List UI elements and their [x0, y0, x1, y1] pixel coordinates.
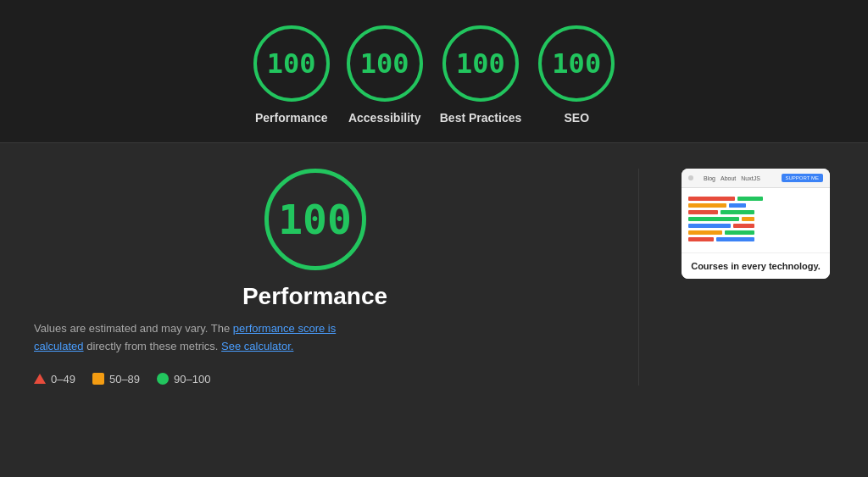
chart-row-4 — [688, 217, 823, 221]
ad-nav-nuxtjs: NuxtJS — [741, 175, 760, 181]
chart-bar — [733, 224, 754, 228]
main-score-section: 100 Performance Values are estimated and… — [34, 169, 596, 385]
chart-bar — [721, 210, 754, 214]
legend-range-average: 50–89 — [109, 373, 140, 385]
score-legend: 0–49 50–89 90–100 — [34, 373, 210, 385]
score-value-performance: 100 — [267, 47, 316, 80]
chart-bar — [729, 203, 746, 208]
score-circle-accessibility: 100 — [347, 25, 423, 102]
chart-bar — [688, 210, 718, 214]
score-circle-seo: 100 — [538, 25, 615, 102]
average-icon — [92, 373, 104, 385]
ad-nav-about: About — [721, 175, 736, 181]
chart-row-5 — [688, 224, 823, 228]
ad-card-header: Blog About NuxtJS SUPPORT ME — [682, 169, 830, 188]
legend-item-fail: 0–49 — [34, 373, 75, 385]
chart-bar — [688, 217, 739, 221]
legend-range-fail: 0–49 — [51, 373, 75, 385]
bottom-section: 100 Performance Values are estimated and… — [0, 143, 868, 411]
legend-item-average: 50–89 — [92, 373, 140, 385]
score-label-accessibility: Accessibility — [348, 110, 421, 125]
chart-bar — [688, 237, 714, 241]
score-item-best-practices: 100 Best Practices — [440, 25, 522, 125]
ad-footer-text: Courses in every technology. — [688, 260, 823, 272]
chart-bar — [716, 237, 754, 241]
legend-range-pass: 90–100 — [174, 373, 210, 385]
score-value-accessibility: 100 — [360, 47, 409, 80]
ad-footer: Courses in every technology. — [682, 252, 830, 279]
score-item-performance: 100 Performance — [253, 25, 330, 125]
ad-card: Blog About NuxtJS SUPPORT ME — [682, 169, 830, 279]
ad-nav-links: Blog About NuxtJS — [704, 175, 760, 181]
chart-row-6 — [688, 230, 823, 235]
score-value-seo: 100 — [552, 47, 601, 80]
score-label-performance: Performance — [255, 110, 328, 125]
main-score-description: Values are estimated and may vary. The p… — [34, 320, 373, 356]
chart-bar — [737, 197, 763, 201]
score-circle-performance: 100 — [253, 25, 330, 102]
big-score-value: 100 — [278, 196, 352, 243]
score-label-best-practices: Best Practices — [440, 110, 522, 125]
desc-mid-text: directly from these metrics. — [84, 340, 222, 352]
chart-bar — [688, 230, 722, 235]
big-score-circle: 100 — [264, 169, 366, 270]
top-scores-section: 100 Performance 100 Accessibility 100 Be… — [0, 0, 868, 143]
ad-nav-blog: Blog — [704, 175, 715, 181]
calculator-link[interactable]: See calculator. — [221, 340, 293, 352]
chart-bar — [688, 224, 731, 228]
ad-support-button[interactable]: SUPPORT ME — [782, 174, 823, 182]
chart-row-1 — [688, 197, 823, 201]
score-item-accessibility: 100 Accessibility — [347, 25, 423, 125]
chart-row-3 — [688, 210, 823, 214]
big-score-wrap: 100 — [34, 169, 596, 270]
chart-bar — [688, 197, 735, 201]
main-score-title: Performance — [34, 283, 596, 310]
chart-bar — [688, 203, 726, 208]
score-label-seo: SEO — [564, 110, 589, 125]
chart-row-7 — [688, 237, 823, 241]
legend-item-pass: 90–100 — [157, 373, 210, 385]
score-value-best-practices: 100 — [456, 47, 505, 80]
ad-chart-area — [682, 188, 830, 252]
pass-icon — [157, 373, 169, 385]
vertical-divider — [638, 169, 639, 385]
desc-plain-text: Values are estimated and may vary. The — [34, 322, 233, 335]
score-circle-best-practices: 100 — [442, 25, 519, 102]
score-item-seo: 100 SEO — [538, 25, 615, 125]
chart-bar — [742, 217, 754, 221]
ad-section: Blog About NuxtJS SUPPORT ME — [682, 169, 834, 279]
chart-bar — [725, 230, 754, 235]
chart-row-2 — [688, 203, 823, 208]
ad-logo-dot — [688, 175, 693, 180]
fail-icon — [34, 374, 46, 384]
